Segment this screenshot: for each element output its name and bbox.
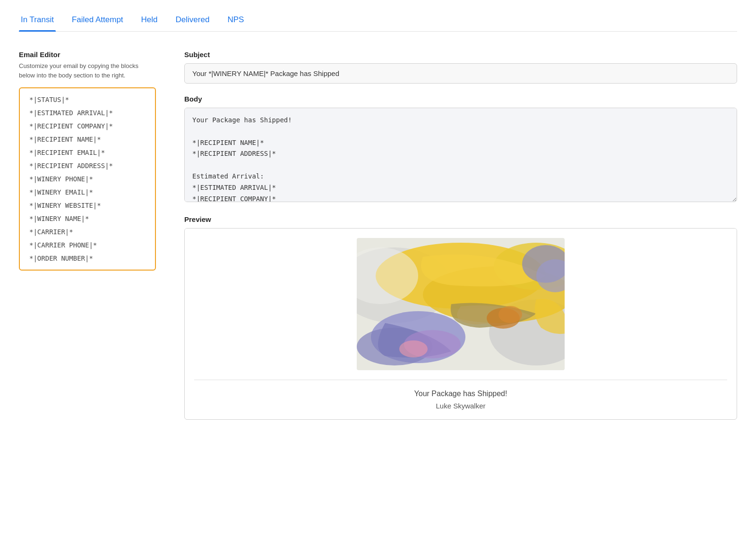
block-item[interactable]: *|CARRIER PHONE|* bbox=[29, 241, 146, 249]
block-item[interactable]: *|RECIPIENT COMPANY|* bbox=[29, 122, 146, 130]
preview-heading: Your Package has Shipped! bbox=[194, 390, 727, 398]
right-panel: Subject Body Preview bbox=[184, 51, 737, 420]
block-item[interactable]: *|RECIPIENT ADDRESS|* bbox=[29, 162, 146, 170]
tab-delivered[interactable]: Delivered bbox=[174, 9, 212, 31]
email-editor-panel: Email Editor Customize your email by cop… bbox=[19, 51, 156, 271]
block-item[interactable]: *|ORDER NUMBER|* bbox=[29, 255, 146, 262]
block-item[interactable]: *|ESTIMATED ARRIVAL|* bbox=[29, 109, 146, 117]
block-item[interactable]: *|RECIPIENT EMAIL|* bbox=[29, 149, 146, 156]
block-item[interactable]: *|CARRIER|* bbox=[29, 228, 146, 236]
main-content: Email Editor Customize your email by cop… bbox=[19, 51, 737, 420]
block-item[interactable]: *|WINERY NAME|* bbox=[29, 215, 146, 222]
preview-image bbox=[357, 238, 565, 370]
blocks-container: *|STATUS|**|ESTIMATED ARRIVAL|**|RECIPIE… bbox=[19, 87, 156, 271]
editor-title: Email Editor bbox=[19, 51, 156, 59]
preview-image-area bbox=[185, 229, 737, 380]
preview-label: Preview bbox=[184, 215, 737, 223]
editor-description: Customize your email by copying the bloc… bbox=[19, 61, 156, 80]
block-item[interactable]: *|WINERY PHONE|* bbox=[29, 175, 146, 183]
tab-nps[interactable]: NPS bbox=[225, 9, 246, 31]
block-item[interactable]: *|WINERY EMAIL|* bbox=[29, 188, 146, 196]
preview-container: Your Package has Shipped! Luke Skywalker bbox=[184, 228, 737, 420]
block-item[interactable]: *|RECIPIENT NAME|* bbox=[29, 136, 146, 143]
preview-subtext: Luke Skywalker bbox=[194, 402, 727, 410]
subject-label: Subject bbox=[184, 51, 737, 59]
svg-point-11 bbox=[399, 340, 428, 357]
preview-text-area: Your Package has Shipped! Luke Skywalker bbox=[185, 380, 737, 419]
tab-in-transit[interactable]: In Transit bbox=[19, 9, 56, 31]
tab-held[interactable]: Held bbox=[139, 9, 160, 31]
svg-point-13 bbox=[498, 306, 522, 323]
tab-failed-attempt[interactable]: Failed Attempt bbox=[70, 9, 125, 31]
subject-input[interactable] bbox=[184, 63, 737, 84]
block-item[interactable]: *|WINERY WEBSITE|* bbox=[29, 202, 146, 209]
body-textarea[interactable] bbox=[184, 108, 737, 202]
block-item[interactable]: *|STATUS|* bbox=[29, 96, 146, 103]
tabs-nav: In Transit Failed Attempt Held Delivered… bbox=[19, 9, 737, 32]
body-label: Body bbox=[184, 95, 737, 103]
